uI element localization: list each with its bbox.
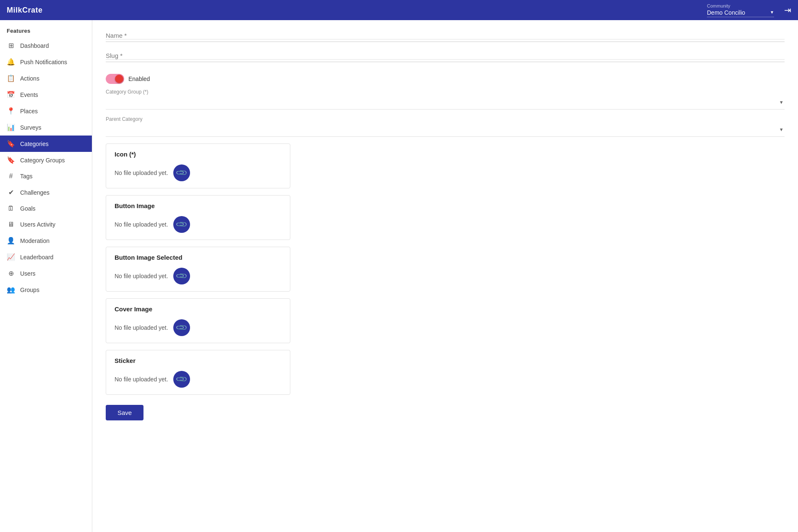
upload-card-sticker-title: Sticker [115,357,282,364]
sidebar-section-title: Features [0,20,92,37]
parent-category-select[interactable] [106,123,785,137]
sidebar-item-leaderboard[interactable]: 📈 Leaderboard [0,249,92,265]
upload-cover-image-no-file: No file uploaded yet. [115,324,168,331]
upload-sticker-no-file: No file uploaded yet. [115,376,168,383]
categories-icon: 🔖 [7,140,15,148]
enabled-label: Enabled [128,76,150,82]
leaderboard-icon: 📈 [7,253,15,261]
sidebar-item-label: Tags [20,173,33,180]
upload-icon-button[interactable]: 📎 [173,164,190,181]
enabled-toggle[interactable] [106,74,124,84]
goals-icon: 🗓 [7,205,15,212]
name-input[interactable] [106,29,785,42]
sidebar-item-surveys[interactable]: 📊 Surveys [0,119,92,136]
paperclip-icon: 📎 [175,269,188,282]
sidebar-item-label: Actions [20,75,39,82]
upload-card-icon-title: Icon (*) [115,151,282,158]
sidebar-item-users-activity[interactable]: 🖥 Users Activity [0,216,92,232]
sidebar-item-label: Users [20,270,36,277]
sidebar-item-label: Events [20,91,38,98]
upload-cover-image-button[interactable]: 📎 [173,319,190,336]
brand-logo: MilkCrate [7,6,707,15]
sidebar-item-label: Goals [20,205,36,212]
sidebar: Features ⊞ Dashboard 🔔 Push Notification… [0,20,92,532]
upload-card-button-image-body: No file uploaded yet. 📎 [115,216,282,233]
upload-button-image-no-file: No file uploaded yet. [115,221,168,228]
places-icon: 📍 [7,107,15,115]
category-group-label: Category Group (*) [106,89,785,95]
sidebar-item-groups[interactable]: 👥 Groups [0,282,92,298]
moderation-icon: 👤 [7,237,15,245]
sidebar-item-label: Moderation [20,237,50,244]
upload-card-cover-image-body: No file uploaded yet. 📎 [115,319,282,336]
paperclip-icon: 📎 [175,166,188,179]
category-group-wrap: Category Group (*) [106,89,785,110]
name-label [106,32,785,39]
layout: Features ⊞ Dashboard 🔔 Push Notification… [0,20,798,532]
main-content: Enabled Category Group (*) Parent Catego… [92,20,798,532]
community-dropdown-wrap[interactable]: Demo Concilio Other Community [707,8,774,17]
parent-category-wrap: Parent Category [106,116,785,137]
sidebar-item-label: Groups [20,287,39,293]
toggle-thumb [115,75,123,83]
paperclip-icon: 📎 [175,373,188,386]
events-icon: 📅 [7,91,15,99]
sidebar-item-label: Categories [20,141,49,147]
sidebar-item-moderation[interactable]: 👤 Moderation [0,232,92,249]
groups-icon: 👥 [7,286,15,294]
sidebar-item-challenges[interactable]: ✔ Challenges [0,184,92,201]
community-select[interactable]: Demo Concilio Other Community [707,8,774,17]
logout-button[interactable]: ⇥ [784,5,791,15]
dashboard-icon: ⊞ [7,42,15,50]
upload-card-cover-image-title: Cover Image [115,305,282,313]
sidebar-item-actions[interactable]: 📋 Actions [0,70,92,86]
upload-card-sticker: Sticker No file uploaded yet. 📎 [106,350,290,395]
upload-button-image-button[interactable]: 📎 [173,216,190,233]
tags-icon: # [7,172,15,180]
sidebar-item-push-notifications[interactable]: 🔔 Push Notifications [0,54,92,70]
sidebar-item-events[interactable]: 📅 Events [0,86,92,103]
upload-card-icon-body: No file uploaded yet. 📎 [115,164,282,181]
sidebar-item-label: Push Notifications [20,59,67,65]
paperclip-icon: 📎 [175,218,188,231]
community-selector: Community Demo Concilio Other Community [707,3,774,17]
sidebar-item-label: Dashboard [20,42,49,49]
slug-field-row [106,49,785,62]
upload-button-image-selected-button[interactable]: 📎 [173,268,190,284]
users-activity-icon: 🖥 [7,221,15,228]
name-field-row [106,29,785,42]
upload-button-image-selected-no-file: No file uploaded yet. [115,273,168,279]
save-button[interactable]: Save [106,405,143,420]
upload-icon-no-file: No file uploaded yet. [115,170,168,176]
slug-label [106,52,785,60]
upload-sticker-button[interactable]: 📎 [173,371,190,388]
upload-card-cover-image: Cover Image No file uploaded yet. 📎 [106,298,290,343]
sidebar-item-users[interactable]: ⊕ Users [0,265,92,282]
sidebar-item-dashboard[interactable]: ⊞ Dashboard [0,37,92,54]
upload-card-icon: Icon (*) No file uploaded yet. 📎 [106,143,290,188]
push-notifications-icon: 🔔 [7,58,15,66]
sidebar-item-label: Places [20,108,38,115]
category-groups-icon: 🔖 [7,156,15,164]
upload-card-button-image-selected: Button Image Selected No file uploaded y… [106,247,290,292]
save-section: Save [106,405,785,420]
upload-card-button-image-selected-title: Button Image Selected [115,254,282,261]
sidebar-item-tags[interactable]: # Tags [0,168,92,184]
sidebar-item-label: Category Groups [20,157,65,164]
sidebar-item-label: Surveys [20,124,42,131]
upload-card-sticker-body: No file uploaded yet. 📎 [115,371,282,388]
category-group-select[interactable] [106,96,785,110]
sidebar-item-categories[interactable]: 🔖 Categories [0,136,92,152]
upload-cards-section: Icon (*) No file uploaded yet. 📎 Button … [106,143,785,395]
sidebar-item-places[interactable]: 📍 Places [0,103,92,119]
sidebar-item-label: Challenges [20,189,50,196]
paperclip-icon: 📎 [175,321,188,334]
community-label: Community [707,3,730,8]
enabled-row: Enabled [106,69,785,89]
upload-card-button-image: Button Image No file uploaded yet. 📎 [106,195,290,240]
users-icon: ⊕ [7,269,15,277]
slug-input[interactable] [106,49,785,62]
sidebar-item-category-groups[interactable]: 🔖 Category Groups [0,152,92,168]
sidebar-item-goals[interactable]: 🗓 Goals [0,201,92,216]
sidebar-item-label: Users Activity [20,221,55,228]
